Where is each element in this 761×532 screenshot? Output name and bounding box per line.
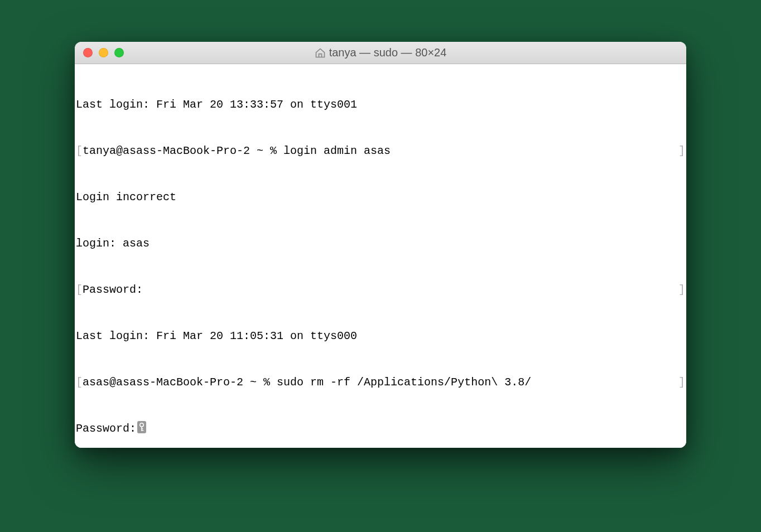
svg-point-0 (140, 423, 143, 427)
terminal-window: tanya — sudo — 80×24 Last login: Fri Mar… (75, 42, 686, 448)
traffic-lights (75, 48, 124, 57)
terminal-text: Last login: Fri Mar 20 11:05:31 on ttys0… (76, 328, 357, 344)
terminal-text: Last login: Fri Mar 20 13:33:57 on ttys0… (76, 97, 357, 113)
terminal-line: [Password:] (76, 282, 685, 298)
bracket-icon: ] (678, 375, 685, 390)
terminal-text: login: asas (76, 236, 150, 252)
key-cursor-icon (137, 421, 146, 433)
terminal-line: [tanya@asass-MacBook-Pro-2 ~ % login adm… (76, 143, 685, 159)
terminal-line: Last login: Fri Mar 20 11:05:31 on ttys0… (76, 328, 685, 344)
bracket-icon: [ (76, 375, 83, 390)
maximize-button[interactable] (114, 48, 124, 57)
terminal-line: login: asas (76, 236, 685, 252)
svg-rect-3 (141, 428, 143, 429)
minimize-button[interactable] (99, 48, 108, 57)
bracket-icon: [ (76, 143, 83, 159)
window-title-text: tanya — sudo — 80×24 (329, 46, 447, 59)
terminal-line: [asas@asass-MacBook-Pro-2 ~ % sudo rm -r… (76, 375, 685, 390)
home-icon (315, 47, 326, 59)
close-button[interactable] (83, 48, 93, 57)
terminal-line: Password: (76, 421, 685, 437)
bracket-icon: [ (76, 282, 83, 298)
terminal-body[interactable]: Last login: Fri Mar 20 13:33:57 on ttys0… (75, 64, 686, 448)
window-title: tanya — sudo — 80×24 (75, 46, 686, 59)
bracket-icon: ] (678, 143, 685, 159)
terminal-line: Last login: Fri Mar 20 13:33:57 on ttys0… (76, 97, 685, 113)
svg-rect-2 (141, 430, 143, 431)
bracket-icon: ] (678, 282, 685, 298)
terminal-text: asas@asass-MacBook-Pro-2 ~ % sudo rm -rf… (83, 375, 531, 390)
terminal-text: Password: (83, 282, 143, 298)
terminal-text: tanya@asass-MacBook-Pro-2 ~ % login admi… (83, 143, 391, 159)
password-prompt: Password: (76, 421, 136, 437)
terminal-text: Login incorrect (76, 190, 176, 205)
terminal-line: Login incorrect (76, 190, 685, 205)
window-titlebar[interactable]: tanya — sudo — 80×24 (75, 42, 686, 64)
